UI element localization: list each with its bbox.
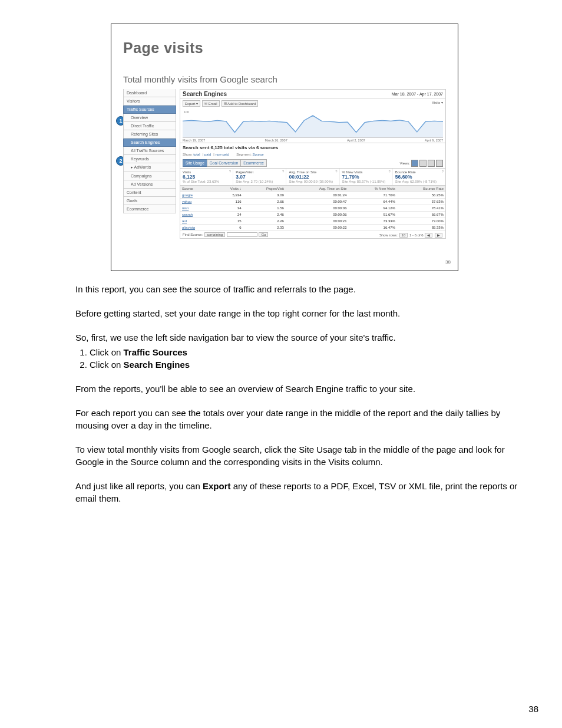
seg-paid[interactable]: paid [204,153,211,156]
source-table: SourceVisits ↓Pages/VisitAvg. Time on Si… [180,186,445,231]
find-mode-select[interactable]: containing [204,232,225,237]
find-go-button[interactable]: Go [259,232,268,237]
table-row[interactable]: search242.4600:00:3691.67%66.67% [180,212,445,218]
seg-source[interactable]: Source [253,153,264,156]
x-tick: April 2, 2007 [347,139,365,142]
shot-subtitle: Total monthly visits from Google search [123,74,446,84]
sidebar-item[interactable]: Campaigns [123,172,176,180]
list-text: Click on [90,347,124,357]
sidebar-item[interactable]: Referring Sites [123,130,176,139]
tab-site-usage[interactable]: Site Usage [183,159,207,167]
list-strong: Search Engines [124,360,190,370]
visits-scale[interactable]: Visits ▾ [432,100,443,107]
help-icon[interactable]: ? [442,170,444,173]
views-label: Views: [399,162,410,165]
paragraph: In this report, you can see the source o… [75,283,527,295]
tab-ecommerce[interactable]: Ecommerce [240,159,267,167]
showrows-label: Show rows: [379,233,398,237]
body-copy: In this report, you can see the source o… [75,283,527,505]
sidebar-item[interactable]: Overview [123,114,176,122]
find-input[interactable] [227,232,257,237]
list-item: Click on Search Engines [90,358,527,371]
sidebar-item[interactable]: Goals [123,197,176,205]
find-label: Find Source: [183,233,203,236]
toolbar-button[interactable]: ✉ Email [202,100,220,107]
rows-range: 1 - 6 of 6 [409,233,424,237]
metric-card: ?Bounce Rate56.60%Site Avg: 62.00% (-8.7… [393,169,445,185]
sidebar-item[interactable]: All Traffic Sources [123,147,176,155]
metrics-strip: ?Visits6,125% of Site Total: 23.63%?Page… [180,168,445,186]
view-bar-icon[interactable] [428,160,435,167]
table-row[interactable]: msn341.5600:00:0694.12%78.41% [180,205,445,212]
paragraph: From the reports, you'll be able to see … [75,383,527,395]
table-row[interactable]: yahoo1162.6600:00:4764.44%57.63% [180,199,445,205]
metric-card: ?Avg. Time on Site00:01:22Site Avg: 00:0… [286,169,339,185]
seg-nonpaid[interactable]: non-paid [216,153,229,156]
help-icon[interactable]: ? [335,170,337,173]
paragraph: And just like all reports, you can Expor… [75,480,527,505]
report-toolbar: Export ▾✉ Email☰ Add to Dashboard Visits… [180,99,445,108]
metric-card: ?Pages/Visit3.07Site Avg: 2.70 (10.24%) [233,169,286,185]
help-icon[interactable]: ? [388,170,390,173]
list-strong: Traffic Sources [124,347,187,357]
column-header[interactable]: Source [180,186,213,192]
x-tick: March 19, 2007 [183,139,205,142]
sidebar-item[interactable]: Dashboard [123,89,176,97]
sidebar-item[interactable]: Search Engines [123,139,176,147]
column-header[interactable]: Bounce Rate [397,186,445,192]
sidebar-item[interactable]: Traffic Sources [123,106,176,114]
x-tick: March 26, 2007 [265,139,287,142]
table-row[interactable]: altavista62.3300:00:2216.47%85.33% [180,225,445,231]
next-page-button[interactable]: ▶ [435,233,442,238]
list-text: Click on [90,360,124,370]
rows-select[interactable]: 10 [399,233,408,238]
column-header[interactable]: Pages/Visit [243,186,286,192]
sidebar-item[interactable]: Direct Traffic [123,122,176,130]
page-number: 38 [528,704,538,714]
report-content: Search Engines Mar 18, 2007 - Apr 17, 20… [180,89,446,239]
help-icon[interactable]: ? [229,170,231,173]
table-row[interactable]: aol152.2600:00:2173.33%73.00% [180,218,445,225]
sidebar-item[interactable]: Keywords [123,155,176,163]
shot-page-number: 38 [445,259,451,265]
segment-row: Show: total| paid| non-paid Segment: Sou… [180,152,445,157]
paragraph: So, first, we use the left side navigati… [75,331,527,344]
metric-card: ?% New Visits71.79%Site Avg: 85.57% (-11… [340,169,393,185]
sidebar-item[interactable]: ▸ AdWords [123,163,176,172]
column-header[interactable]: Avg. Time on Site [286,186,349,192]
sidebar-item[interactable]: Ecommerce [123,205,176,213]
column-header[interactable]: % New Visits [349,186,397,192]
sidebar-item[interactable]: Ad Versions [123,180,176,189]
help-icon[interactable]: ? [282,170,284,173]
paragraph: Before getting started, set your date ra… [75,307,527,319]
table-footer: Find Source: containing Go Show rows: 10… [180,231,445,238]
view-comparison-icon[interactable] [436,160,443,167]
timeline-chart[interactable]: 100 [183,110,443,138]
analytics-screenshot: Page visits Total monthly visits from Go… [111,24,458,271]
tab-goal-conversion[interactable]: Goal Conversion [207,159,241,167]
sidebar-item[interactable]: Visitors [123,97,176,106]
tab-strip: Site Usage Goal Conversion Ecommerce [183,159,266,167]
column-header[interactable]: Visits ↓ [213,186,243,192]
paragraph: To view total monthly visits from Google… [75,443,527,468]
inline-strong: Export [203,481,231,491]
table-row[interactable]: google5,9343.0900:01:2471.76%56.25% [180,192,445,199]
seg-show-label: Show: [183,153,193,156]
toolbar-button[interactable]: ☰ Add to Dashboard [222,100,259,107]
paragraph: For each report you can see the totals o… [75,407,527,431]
steps-list: Click on Traffic Sources Click on Search… [75,346,527,371]
sidebar-item[interactable]: Content [123,189,176,197]
seg-total[interactable]: total [193,153,200,156]
view-pie-icon[interactable] [419,160,427,167]
view-table-icon[interactable] [411,160,418,167]
sparkline [183,110,443,137]
view-switcher: Views: [399,160,443,167]
date-range[interactable]: Mar 18, 2007 - Apr 17, 2007 [392,92,443,96]
chart-x-ticks: March 19, 2007March 26, 2007April 2, 200… [180,138,445,143]
shot-title: Page visits [123,39,446,57]
toolbar-button[interactable]: Export ▾ [183,100,200,107]
prev-page-button[interactable]: ◀ [425,233,432,238]
report-sidebar: 1 2 DashboardVisitorsTraffic SourcesOver… [123,89,176,239]
list-item: Click on Traffic Sources [90,346,527,358]
report-header-title: Search Engines [183,91,227,97]
